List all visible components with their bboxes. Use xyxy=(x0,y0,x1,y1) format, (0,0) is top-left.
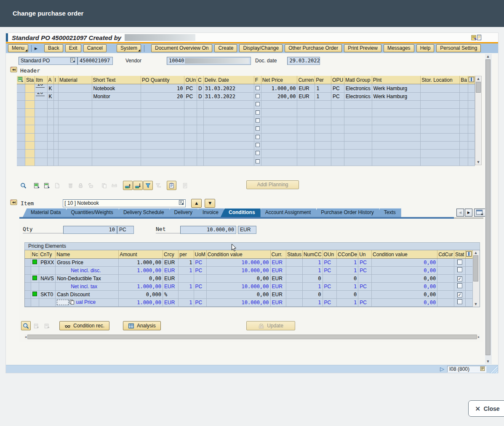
cell-matl-group[interactable] xyxy=(344,109,372,117)
cell-deliv-date[interactable] xyxy=(203,133,254,141)
cell-cconde[interactable]: 0 xyxy=(337,274,358,282)
cell-c[interactable] xyxy=(197,101,204,109)
column-header-PO Quantity[interactable]: PO Quantity xyxy=(141,76,184,84)
cell-deliv-date[interactable] xyxy=(203,158,254,166)
cell-deliv-date[interactable] xyxy=(203,101,254,109)
dropdown-icon[interactable] xyxy=(179,200,184,206)
cell-curr[interactable]: EUR xyxy=(270,274,286,282)
free-indicator-checkbox[interactable] xyxy=(254,133,261,141)
row-select-cell[interactable] xyxy=(17,125,25,133)
cell-cond-value2[interactable]: 0,00 xyxy=(372,290,437,298)
cell-ba[interactable] xyxy=(460,92,468,100)
cell-cond-value[interactable]: 0,00 xyxy=(206,274,270,282)
cell-per[interactable] xyxy=(179,274,194,282)
cell-a[interactable] xyxy=(47,133,53,141)
cell-curr[interactable]: EUR xyxy=(270,267,286,275)
cell-opu[interactable]: PC xyxy=(331,84,344,92)
cell-matl-group[interactable] xyxy=(344,125,372,133)
cell-cond-value2[interactable]: 0,00 xyxy=(372,274,437,282)
cell-amount[interactable]: 0,000 xyxy=(119,290,163,298)
sort-descending-icon[interactable] xyxy=(133,181,143,190)
cell-nc[interactable] xyxy=(31,282,39,290)
cell-plnt[interactable]: Werk Hamburg xyxy=(372,84,420,92)
cell-cond-value2[interactable]: 0,00 xyxy=(372,267,437,275)
next-item-button[interactable]: ▼ xyxy=(205,199,215,208)
cell-po-quantity[interactable] xyxy=(141,133,184,141)
document-overview-button[interactable]: Document Overview On xyxy=(151,44,212,52)
horizontal-scrollbar[interactable]: ◂ ▸ xyxy=(24,334,480,340)
session-list-icon[interactable] xyxy=(480,366,485,372)
po-item-row-empty[interactable] xyxy=(17,101,475,109)
cell-curr[interactable]: EUR xyxy=(270,290,286,298)
cell-cdcur[interactable] xyxy=(437,274,454,282)
previous-item-button[interactable]: ▲ xyxy=(191,199,202,208)
cell-name[interactable]: Cash Discount xyxy=(56,290,119,298)
column-header-Stor. Location[interactable]: Stor. Location xyxy=(421,76,460,84)
cell-status[interactable] xyxy=(286,298,302,306)
cell-short-text[interactable] xyxy=(92,158,141,166)
cell-net-price[interactable] xyxy=(261,125,297,133)
row-select-cell[interactable] xyxy=(17,101,25,109)
print-preview-button[interactable]: Print Preview xyxy=(344,44,381,52)
column-header-Name[interactable]: Name xyxy=(56,250,119,259)
cell-ba[interactable] xyxy=(460,117,468,125)
cell-numcc[interactable]: 1 xyxy=(302,259,323,267)
cell-material[interactable] xyxy=(58,84,92,92)
tab-material-data[interactable]: Material Data xyxy=(23,208,66,217)
statistical-checkbox[interactable]: ✓ xyxy=(454,274,466,282)
cell-cnty[interactable]: PBXX xyxy=(39,259,56,267)
condition-status-icon[interactable] xyxy=(31,290,39,298)
cell-po-quantity[interactable] xyxy=(141,101,184,109)
cell-oun[interactable] xyxy=(184,101,197,109)
exit-button[interactable]: Exit xyxy=(65,44,81,52)
cell-material[interactable] xyxy=(58,117,92,125)
cell-crcy[interactable]: EUR xyxy=(163,298,178,306)
cell-oun[interactable]: PC xyxy=(323,259,337,267)
cell-cnty[interactable]: SKT0 xyxy=(39,290,56,298)
cell-oun[interactable]: PC xyxy=(323,282,337,290)
display-change-button[interactable]: Display/Change xyxy=(239,44,283,52)
cell-uom[interactable]: PC xyxy=(194,259,206,267)
row-select-cell[interactable] xyxy=(25,298,31,306)
cell-oun[interactable] xyxy=(323,290,337,298)
condition-rec-button[interactable]: Condition rec. xyxy=(59,321,109,330)
column-header-F[interactable]: F xyxy=(254,76,261,84)
cell-oun[interactable] xyxy=(184,150,197,158)
po-item-row-empty[interactable] xyxy=(17,141,475,149)
cell-opu[interactable]: PC xyxy=(331,92,344,100)
cell-plnt[interactable] xyxy=(372,125,420,133)
cell-cond-value[interactable]: 0,00 xyxy=(206,290,270,298)
continue-icon[interactable]: ▶ xyxy=(35,46,37,51)
cell-un[interactable]: PC xyxy=(358,259,372,267)
cell-un[interactable]: PC xyxy=(358,298,372,306)
cell-name[interactable]: ual Price xyxy=(56,298,119,306)
analysis-button[interactable]: Analysis xyxy=(123,321,161,330)
cell-material[interactable] xyxy=(58,101,92,109)
cell-uom[interactable] xyxy=(194,274,206,282)
table-settings-icon[interactable] xyxy=(466,250,473,259)
cell-cconde[interactable]: 1 xyxy=(337,259,358,267)
free-indicator-checkbox[interactable] xyxy=(254,84,261,92)
item-number-cell[interactable] xyxy=(35,109,47,117)
doc-date-field[interactable]: 29.03.2022 xyxy=(287,57,320,65)
cell-net-price[interactable] xyxy=(261,150,297,158)
cell-nc[interactable] xyxy=(31,267,39,275)
column-header-NumCC[interactable]: NumCC xyxy=(302,250,323,259)
cell-cond-value2[interactable]: 0,00 xyxy=(372,282,437,290)
qty-unit-field[interactable]: PC xyxy=(117,226,134,234)
column-header-Deliv. Date[interactable]: Deliv. Date xyxy=(203,76,254,84)
cell-cnty[interactable]: NAVS xyxy=(39,274,56,282)
personal-setting-button[interactable]: Personal Setting xyxy=(436,44,481,52)
table-settings-icon[interactable] xyxy=(468,76,475,84)
po-item-row-empty[interactable] xyxy=(17,109,475,117)
cell-un[interactable]: PC xyxy=(358,267,372,275)
cell-opu[interactable] xyxy=(331,117,344,125)
cell-per[interactable]: 1 xyxy=(179,298,194,306)
cell-cond-value2[interactable]: 0,00 xyxy=(372,259,437,267)
cell-i[interactable] xyxy=(53,125,58,133)
cell-plnt[interactable] xyxy=(372,150,420,158)
cell-amount[interactable]: 1.000,00 xyxy=(119,267,163,275)
item-number-cell[interactable] xyxy=(35,141,47,149)
cell-cond-value2[interactable]: 0,00 xyxy=(372,298,437,306)
scroll-down-icon[interactable]: ▼ xyxy=(485,359,491,364)
